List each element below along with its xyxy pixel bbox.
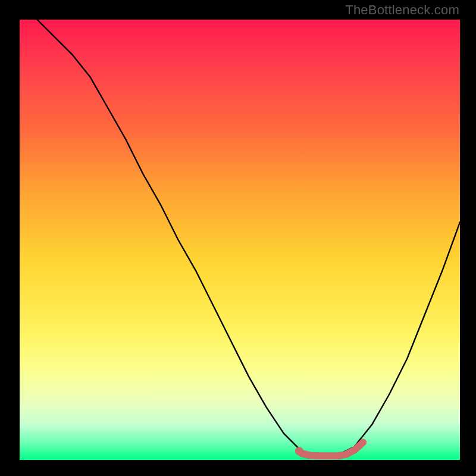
optimal-range-line [302,442,364,456]
bottleneck-curve [37,20,460,456]
plot-area [20,20,460,460]
attribution-text: TheBottleneck.com [345,2,459,18]
chart-svg [20,20,460,460]
chart-frame: TheBottleneck.com [0,0,476,476]
optimal-marker [295,447,303,455]
